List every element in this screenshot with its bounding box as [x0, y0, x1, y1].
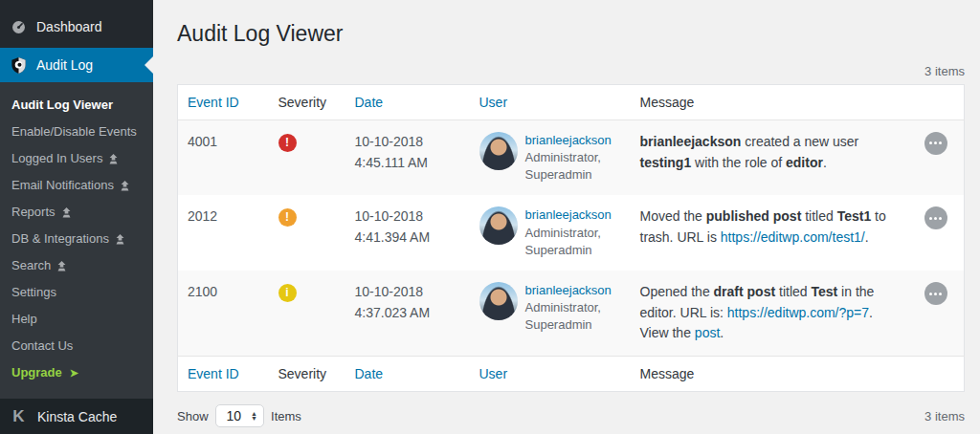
- severity-medium-icon: !: [278, 208, 297, 227]
- items-count-top: 3 items: [177, 64, 965, 78]
- wordpress-admin: Dashboard Audit Log Audit Log ViewerEnab…: [0, 0, 980, 434]
- column-header-user[interactable]: User: [470, 84, 631, 119]
- premium-upgrade-icon: [108, 154, 119, 164]
- severity-cell: i: [269, 271, 345, 357]
- user-avatar[interactable]: [479, 282, 518, 320]
- audit-log-row: 4001!10-10-20184:45.111 AMbrianleejackso…: [178, 119, 965, 195]
- user-role: Administrator,: [525, 149, 612, 166]
- pagination-bar: Show 10 ▲▼ Items 3 items: [177, 404, 965, 427]
- audit-log-table: Event IDSeverityDateUserMessage 4001!10-…: [177, 84, 965, 392]
- sidebar-item-label: Search: [11, 258, 51, 273]
- user-avatar[interactable]: [479, 206, 518, 245]
- column-header-actions: [915, 84, 965, 119]
- sidebar-item-upgrade[interactable]: Upgrade➤: [0, 359, 153, 386]
- sidebar-item-logged-in-users[interactable]: Logged In Users: [0, 145, 153, 172]
- column-header-severity: Severity: [269, 357, 345, 392]
- column-header-actions: [915, 357, 965, 392]
- sidebar-item-audit-log-viewer[interactable]: Audit Log Viewer: [0, 92, 153, 119]
- sidebar-item-db-integrations[interactable]: DB & Integrations: [0, 226, 153, 252]
- actions-cell: [915, 119, 965, 195]
- user-cell: brianleejacksonAdministrator,Superadmin: [470, 119, 631, 195]
- sidebar-item-label: Email Notifications: [11, 178, 114, 193]
- sidebar-item-label: Audit Log Viewer: [11, 98, 113, 113]
- date-cell: 10-10-20184:41.394 AM: [345, 195, 470, 271]
- sidebar-item-label: DB & Integrations: [11, 231, 109, 247]
- main-content: Audit Log Viewer 3 items Event IDSeverit…: [153, 0, 980, 434]
- more-options-button[interactable]: [924, 282, 947, 305]
- user-cell: brianleejacksonAdministrator,Superadmin: [470, 195, 631, 271]
- column-header-severity: Severity: [269, 84, 345, 119]
- message-link[interactable]: https://editwp.com/?p=7: [727, 305, 869, 320]
- sidebar-item-label: Upgrade: [11, 365, 62, 380]
- column-header-event-id[interactable]: Event ID: [178, 84, 269, 119]
- sidebar-item-reports[interactable]: Reports: [0, 199, 153, 226]
- sidebar-item-label: Dashboard: [36, 19, 102, 34]
- sidebar-item-label: Enable/Disable Events: [11, 124, 137, 140]
- sidebar-item-settings[interactable]: Settings: [0, 279, 153, 306]
- message-link[interactable]: post: [695, 325, 720, 340]
- more-options-button[interactable]: [924, 132, 947, 155]
- table-header-row: Event IDSeverityDateUserMessage: [178, 84, 965, 119]
- stepper-icon: ▲▼: [251, 411, 257, 422]
- actions-cell: [915, 271, 965, 357]
- user-role: Superadmin: [525, 242, 612, 259]
- actions-cell: [915, 195, 965, 271]
- kinsta-logo-icon: K: [10, 407, 28, 426]
- admin-sidebar: Dashboard Audit Log Audit Log ViewerEnab…: [0, 0, 153, 434]
- column-header-date[interactable]: Date: [345, 357, 470, 392]
- sidebar-item-enable-disable-events[interactable]: Enable/Disable Events: [0, 119, 153, 145]
- items-label: Items: [271, 409, 301, 423]
- message-link[interactable]: https://editwp.com/test1/: [721, 229, 865, 245]
- message-cell: Moved the published post titled Test1 to…: [631, 195, 915, 271]
- column-header-event-id[interactable]: Event ID: [178, 357, 269, 392]
- sidebar-item-email-notifications[interactable]: Email Notifications: [0, 172, 153, 199]
- page-title: Audit Log Viewer: [177, 20, 965, 49]
- sidebar-item-help[interactable]: Help: [0, 306, 153, 333]
- column-header-user[interactable]: User: [470, 357, 631, 392]
- event-id-cell: 2100: [178, 271, 269, 357]
- user-avatar[interactable]: [479, 132, 518, 170]
- sidebar-item-label: Reports: [11, 205, 56, 220]
- column-header-message: Message: [631, 357, 915, 392]
- column-header-message: Message: [631, 84, 915, 119]
- user-role: Administrator,: [525, 299, 612, 316]
- date-cell: 10-10-20184:45.111 AM: [345, 119, 470, 195]
- severity-low-icon: i: [278, 284, 297, 302]
- user-name-link[interactable]: brianleejackson: [525, 206, 612, 224]
- sidebar-item-label: Logged In Users: [11, 151, 102, 166]
- sidebar-item-dashboard[interactable]: Dashboard: [0, 10, 153, 44]
- sidebar-item-contact-us[interactable]: Contact Us: [0, 333, 153, 359]
- sidebar-item-label: Help: [11, 312, 37, 327]
- shield-icon: [10, 56, 28, 75]
- message-cell: Opened the draft post titled Test in the…: [631, 271, 915, 357]
- premium-upgrade-icon: [61, 207, 72, 218]
- event-id-cell: 4001: [178, 119, 269, 195]
- user-role: Administrator,: [525, 225, 612, 242]
- severity-high-icon: !: [278, 134, 297, 152]
- table-footer-row: Event IDSeverityDateUserMessage: [178, 357, 965, 392]
- column-header-date[interactable]: Date: [345, 84, 470, 119]
- sidebar-item-label: Settings: [11, 285, 56, 300]
- sidebar-item-kinsta-cache[interactable]: K Kinsta Cache: [0, 399, 153, 434]
- event-id-cell: 2012: [178, 195, 269, 271]
- sidebar-item-label: Audit Log: [36, 57, 93, 73]
- per-page-select[interactable]: 10 ▲▼: [215, 404, 265, 427]
- user-role: Superadmin: [525, 316, 612, 334]
- severity-cell: !: [269, 119, 345, 195]
- user-role: Superadmin: [525, 166, 612, 184]
- per-page-value: 10: [227, 408, 242, 423]
- show-label: Show: [177, 409, 209, 423]
- upgrade-arrow-icon: ➤: [70, 365, 78, 380]
- sidebar-item-label: Kinsta Cache: [37, 409, 117, 424]
- premium-upgrade-icon: [56, 261, 67, 271]
- sidebar-item-search[interactable]: Search: [0, 252, 153, 279]
- user-name-link[interactable]: brianleejackson: [525, 282, 612, 299]
- more-options-button[interactable]: [924, 206, 947, 229]
- table-body: 4001!10-10-20184:45.111 AMbrianleejackso…: [178, 119, 965, 356]
- per-page-control: Show 10 ▲▼ Items: [177, 404, 301, 427]
- user-name-link[interactable]: brianleejackson: [525, 132, 612, 149]
- date-cell: 10-10-20184:37.023 AM: [345, 271, 470, 357]
- premium-upgrade-icon: [115, 234, 125, 245]
- severity-cell: !: [269, 195, 345, 271]
- sidebar-item-audit-log[interactable]: Audit Log: [0, 48, 153, 82]
